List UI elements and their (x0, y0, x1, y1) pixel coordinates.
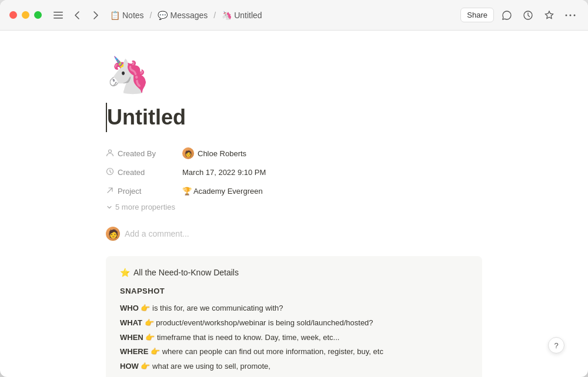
property-row-created-by: Created By 🧑 Chloe Roberts (106, 144, 482, 163)
list-item: WHAT 👉 product/event/workshop/webinar is… (120, 317, 468, 329)
svg-point-5 (570, 14, 572, 16)
snapshot-text-where: where can people can find out more infor… (162, 347, 383, 356)
traffic-lights (9, 11, 42, 19)
clock-action-icon[interactable] (520, 7, 536, 23)
more-properties-label: 5 more properties (115, 203, 175, 211)
breadcrumb-notes[interactable]: 📋 Notes (108, 9, 146, 21)
svg-rect-2 (54, 18, 63, 19)
snapshot-key-how: HOW (120, 362, 139, 371)
breadcrumb-messages-label: Messages (170, 11, 208, 20)
property-label-created-text: Created (118, 168, 145, 177)
list-item: WHERE 👉 where can people can find out mo… (120, 346, 468, 358)
snapshot-key-where: WHERE (120, 347, 148, 356)
svg-point-4 (566, 14, 567, 16)
snapshot-emoji-where: 👉 (151, 347, 162, 356)
snapshot-emoji-who: 👉 (141, 304, 152, 312)
block-title-icon: ⭐ (120, 268, 130, 277)
person-icon (106, 149, 114, 159)
breadcrumb-notes-label: Notes (122, 11, 144, 20)
property-value-created-by[interactable]: 🧑 Chloe Roberts (182, 147, 246, 159)
avatar: 🧑 (182, 147, 194, 159)
property-value-created[interactable]: March 17, 2022 9:10 PM (182, 168, 266, 177)
snapshot-emoji-how: 👉 (141, 362, 152, 371)
snapshot-text-when: timeframe that is need to know. Day, tim… (157, 333, 339, 342)
list-item: WHEN 👉 timeframe that is need to know. D… (120, 332, 468, 344)
snapshot-key-what: WHAT (120, 318, 142, 327)
svg-rect-1 (54, 15, 63, 16)
created-by-name: Chloe Roberts (198, 149, 246, 158)
block-title-text: All the Need-to-Know Details (133, 268, 239, 277)
block-title: ⭐ All the Need-to-Know Details (120, 268, 468, 277)
snapshot-emoji-when: 👉 (145, 333, 157, 342)
created-date: March 17, 2022 9:10 PM (182, 168, 266, 177)
svg-point-6 (574, 14, 576, 16)
snapshot-key-when: WHEN (120, 333, 143, 342)
property-label-project-text: Project (118, 187, 141, 196)
snapshot-text-how: what are we using to sell, promote, (152, 362, 270, 371)
page-icon[interactable]: 🦄 (106, 54, 482, 96)
list-item: HOW 👉 what are we using to sell, promote… (120, 361, 468, 373)
property-label-project: Project (106, 186, 182, 196)
comment-avatar: 🧑 (106, 227, 120, 241)
close-button[interactable] (9, 11, 17, 19)
list-item: WHO 👉 is this for, are we communicating … (120, 302, 468, 315)
more-properties[interactable]: 5 more properties (106, 200, 482, 214)
property-row-created: Created March 17, 2022 9:10 PM (106, 163, 482, 181)
arrow-up-right-icon (106, 186, 114, 196)
comment-placeholder[interactable]: Add a comment... (125, 229, 189, 238)
property-label-created: Created (106, 167, 182, 177)
breadcrumb-sep-1: / (150, 11, 152, 20)
snapshot-text-what: product/event/workshop/webinar is being … (156, 318, 373, 327)
property-row-project: Project 🏆 Academy Evergreen (106, 181, 482, 200)
titlebar-actions: Share (460, 7, 579, 23)
breadcrumb: 📋 Notes / 💬 Messages / 🦄 Untitled (108, 9, 460, 21)
back-icon[interactable] (70, 8, 84, 22)
project-name: 🏆 Academy Evergreen (182, 187, 263, 196)
svg-point-7 (109, 150, 112, 153)
content-area: 🦄 Untitled Created By (0, 31, 588, 377)
page-title[interactable]: Untitled (106, 103, 482, 132)
properties-section: Created By 🧑 Chloe Roberts (106, 144, 482, 214)
nav-controls (51, 8, 103, 22)
forward-icon[interactable] (89, 8, 103, 22)
maximize-button[interactable] (34, 11, 42, 19)
snapshot-key-who: WHO (120, 304, 139, 312)
clock-icon (106, 167, 114, 177)
message-action-icon[interactable] (499, 7, 515, 23)
snapshot-emoji-what: 👉 (145, 318, 156, 327)
svg-rect-0 (54, 12, 63, 13)
app-window: 📋 Notes / 💬 Messages / 🦄 Untitled Share (0, 0, 588, 377)
minimize-button[interactable] (22, 11, 29, 19)
share-button[interactable]: Share (460, 8, 494, 22)
notes-icon: 📋 (110, 11, 120, 20)
content-block: ⭐ All the Need-to-Know Details SNAPSHOT … (106, 256, 482, 377)
snapshot-label: SNAPSHOT (120, 287, 468, 295)
snapshot-text-who: is this for, are we communicating with? (152, 304, 283, 312)
breadcrumb-untitled-label: Untitled (234, 11, 262, 20)
property-label-created-by: Created By (106, 149, 182, 159)
help-button[interactable]: ? (548, 337, 564, 354)
breadcrumb-messages[interactable]: 💬 Messages (155, 9, 210, 21)
breadcrumb-untitled[interactable]: 🦄 Untitled (219, 9, 264, 21)
more-action-icon[interactable] (562, 7, 579, 23)
star-action-icon[interactable] (541, 7, 557, 23)
snapshot-items: WHO 👉 is this for, are we communicating … (120, 302, 468, 373)
sidebar-toggle-icon[interactable] (51, 8, 65, 22)
breadcrumb-sep-2: / (213, 11, 216, 20)
property-label-created-by-text: Created By (118, 149, 156, 158)
comment-area[interactable]: 🧑 Add a comment... (106, 223, 482, 244)
property-value-project[interactable]: 🏆 Academy Evergreen (182, 187, 263, 196)
page-wrapper: 🦄 Untitled Created By (94, 54, 494, 377)
messages-icon: 💬 (158, 11, 168, 20)
titlebar: 📋 Notes / 💬 Messages / 🦄 Untitled Share (0, 0, 588, 31)
unicorn-icon: 🦄 (222, 11, 232, 20)
